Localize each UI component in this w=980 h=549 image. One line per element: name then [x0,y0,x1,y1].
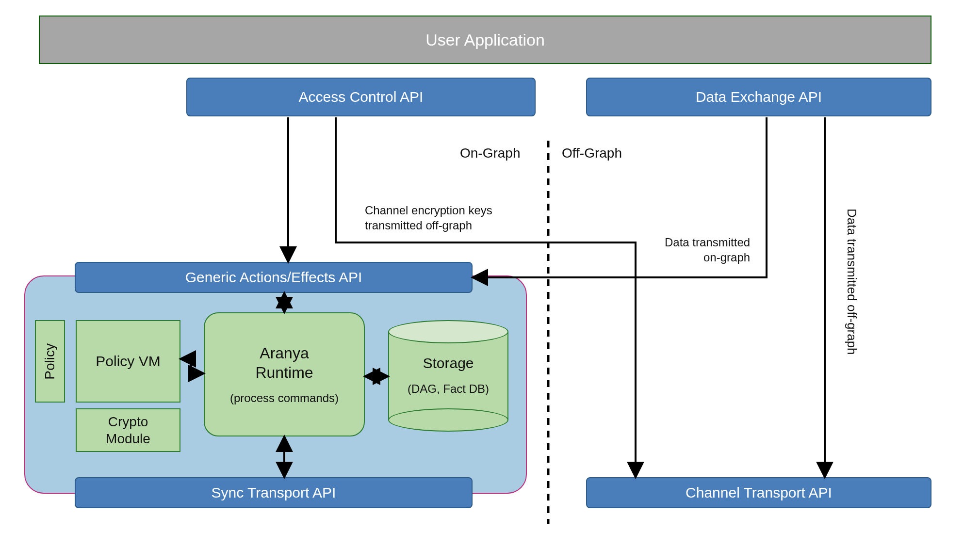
aranya-runtime-sub: (process commands) [230,391,339,405]
access-control-api-label: Access Control API [299,89,424,105]
generic-actions-api-box: Generic Actions/Effects API [75,262,473,293]
sync-transport-api-label: Sync Transport API [212,484,336,501]
off-graph-label: Off-Graph [562,145,622,161]
access-control-api-box: Access Control API [186,78,536,116]
data-on-graph-l1: Data transmitted [665,235,750,250]
sync-transport-api-box: Sync Transport API [75,477,473,508]
aranya-runtime-label-stack: Aranya Runtime (process commands) [230,343,339,405]
storage-cylinder: Storage (DAG, Fact DB) [388,320,508,432]
on-graph-label: On-Graph [460,145,521,161]
channel-transport-api-box: Channel Transport API [586,477,931,508]
user-application-label: User Application [425,31,545,49]
channel-keys-l1: Channel encryption keys [365,203,492,218]
user-application-box: User Application [39,16,931,64]
channel-keys-l2: transmitted off-graph [365,218,492,233]
crypto-module-label-2: Module [106,430,150,447]
data-on-graph-l2: on-graph [665,250,750,265]
crypto-module-label-1: Crypto [106,413,150,430]
channel-transport-api-label: Channel Transport API [686,484,832,501]
data-exchange-api-label: Data Exchange API [696,89,822,105]
policy-label: Policy [42,343,58,380]
data-off-graph-label: Data transmitted off-graph [844,209,859,355]
generic-actions-api-label: Generic Actions/Effects API [185,269,362,286]
storage-sub: (DAG, Fact DB) [388,382,508,396]
aranya-runtime-label-2: Runtime [230,363,339,382]
data-exchange-api-box: Data Exchange API [586,78,931,116]
policy-vm-label: Policy VM [96,353,160,370]
policy-vm-box: Policy VM [76,320,180,403]
policy-box: Policy [35,320,65,403]
crypto-module-label-stack: Crypto Module [106,413,150,447]
data-on-graph-label: Data transmitted on-graph [665,235,750,265]
crypto-module-box: Crypto Module [76,408,180,452]
channel-keys-label: Channel encryption keys transmitted off-… [365,203,492,233]
storage-title: Storage [388,355,508,371]
aranya-runtime-label-1: Aranya [230,343,339,363]
aranya-runtime-box: Aranya Runtime (process commands) [204,312,365,436]
